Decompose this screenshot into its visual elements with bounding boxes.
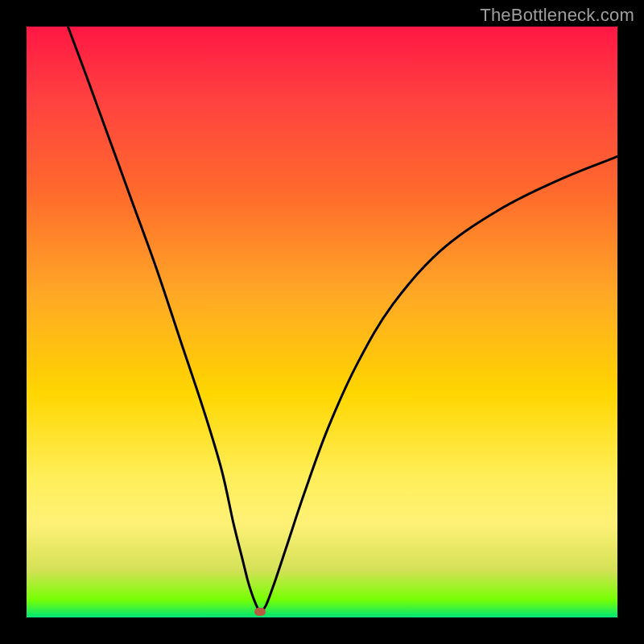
minimum-marker: [254, 608, 266, 616]
watermark-text: TheBottleneck.com: [480, 5, 634, 26]
chart-frame: TheBottleneck.com: [0, 0, 644, 644]
plot-area: [27, 27, 617, 617]
